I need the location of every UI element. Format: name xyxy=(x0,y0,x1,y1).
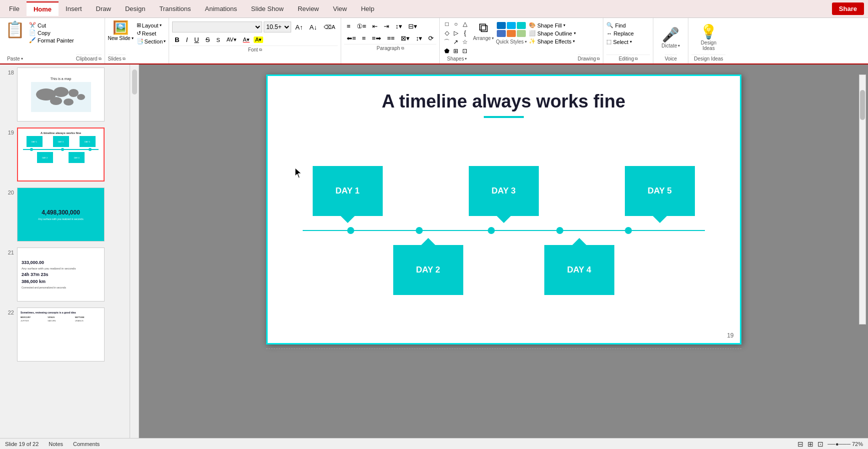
decrease-font-button[interactable]: A↓ xyxy=(307,22,319,32)
canvas-scrollbar[interactable] xyxy=(859,74,866,324)
svg-point-2 xyxy=(54,87,69,97)
tab-file[interactable]: File xyxy=(2,2,27,16)
clipboard-label[interactable]: Clipboard⧉ xyxy=(76,54,102,62)
convert-smartart-button[interactable]: ⟳ xyxy=(426,34,436,43)
dot-2 xyxy=(416,227,423,234)
highlight-button[interactable]: A▾ xyxy=(254,36,263,43)
slide19-mini-title: A timeline always works fine xyxy=(21,132,101,134)
slide22-mini-title: Sometimes, reviewing concepts is a good … xyxy=(21,311,101,314)
tab-insert[interactable]: Insert xyxy=(59,2,89,16)
shape-fill-button[interactable]: 🎨Shape Fill▾ xyxy=(529,22,576,28)
canvas-scrollbar-thumb[interactable] xyxy=(860,90,865,120)
dictate-button[interactable]: 🎤 Dictate▾ xyxy=(661,20,680,54)
bold-button[interactable]: B xyxy=(172,35,182,44)
slide-thumb-21[interactable]: 21 333,000.00 Any surface with you reali… xyxy=(0,244,130,304)
font-color-button[interactable]: A▾ xyxy=(241,36,252,44)
tab-review[interactable]: Review xyxy=(291,2,326,16)
increase-font-button[interactable]: A↑ xyxy=(293,22,305,32)
shadow-button[interactable]: S xyxy=(214,36,222,44)
editing-label[interactable]: Editing⧉ xyxy=(606,54,650,62)
justify-button[interactable]: ≡≡ xyxy=(385,34,397,43)
slide-img-19[interactable]: A timeline always works fine DAY 1 DAY 3… xyxy=(17,128,105,182)
align-center-button[interactable]: ≡ xyxy=(360,34,369,43)
underline-button[interactable]: U xyxy=(192,35,201,44)
layout-button[interactable]: ⊞Layout▾ xyxy=(137,22,166,28)
title-underline xyxy=(484,116,524,118)
quick-styles-button[interactable]: Quick Styles▾ xyxy=(496,20,527,62)
slide-content: A timeline always works fine DAY 1 DAY 3 xyxy=(268,76,740,343)
copy-button[interactable]: 📄Copy xyxy=(29,30,74,36)
status-view-reading[interactable]: ⊡ xyxy=(817,440,823,448)
clear-format-button[interactable]: ⌫A xyxy=(321,23,338,32)
day3-box: DAY 3 xyxy=(469,166,539,216)
align-left-button[interactable]: ⬅≡ xyxy=(344,34,359,43)
panel-scrollbar[interactable] xyxy=(130,64,139,449)
tab-draw[interactable]: Draw xyxy=(89,2,118,16)
select-button[interactable]: ⬚Select▾ xyxy=(606,38,650,45)
slide-canvas-19[interactable]: A timeline always works fine DAY 1 DAY 3 xyxy=(266,74,741,344)
slide-thumb-20[interactable]: 20 4,498,300,000 Any surface with you re… xyxy=(0,184,130,244)
day4-box: DAY 4 xyxy=(544,245,614,295)
align-right-button[interactable]: ≡➡ xyxy=(369,34,384,43)
cols-button[interactable]: ⊟▾ xyxy=(406,22,420,31)
status-zoom-slider[interactable]: ──●─── 72% xyxy=(827,441,863,447)
tab-help[interactable]: Help xyxy=(354,2,381,16)
paragraph-label[interactable]: Paragraph⧉ xyxy=(344,44,436,51)
slide-img-18[interactable]: This is a map xyxy=(17,68,105,122)
slide-img-22[interactable]: Sometimes, reviewing concepts is a good … xyxy=(17,308,105,362)
status-notes: Notes xyxy=(49,441,63,447)
shapes-button[interactable]: □○△◇ ▷{⌒↗ ☆⬟⊞⊡ Shapes▾ xyxy=(443,20,471,62)
format-painter-button[interactable]: 🖌️Format Painter xyxy=(29,37,74,44)
status-view-normal[interactable]: ⊟ xyxy=(797,440,803,448)
paste-button[interactable]: 📋 xyxy=(3,20,27,39)
slide-thumb-22[interactable]: 22 Sometimes, reviewing concepts is a go… xyxy=(0,304,130,364)
new-slide-button[interactable]: 🖼️ New Slide▾ xyxy=(108,20,134,54)
tab-transitions[interactable]: Transitions xyxy=(152,2,198,16)
section-button[interactable]: 📑Section▾ xyxy=(137,38,166,44)
strikethrough-button[interactable]: S xyxy=(203,35,213,44)
shape-effects-button[interactable]: ✨Shape Effects▾ xyxy=(529,38,576,44)
italic-button[interactable]: I xyxy=(184,35,191,44)
slide18-title: This is a map xyxy=(51,77,72,80)
ribbon-body: 📋 Paste▾ ✂️Cut 📄Copy 🖌️Format Painter xyxy=(0,18,868,64)
slide21-stat1-desc: Any surface with you realized in seconds xyxy=(22,267,100,270)
status-view-outline[interactable]: ⊞ xyxy=(807,440,813,448)
tab-home[interactable]: Home xyxy=(27,2,59,16)
direction-button[interactable]: ↕▾ xyxy=(413,34,425,43)
tab-design[interactable]: Design xyxy=(118,2,152,16)
numbering-button[interactable]: ①≡ xyxy=(354,22,369,31)
bullets-button[interactable]: ≡ xyxy=(344,22,353,31)
day2-arrow xyxy=(421,238,435,245)
timeline-line xyxy=(303,230,705,231)
arrange-button[interactable]: ⧉ Arrange▾ xyxy=(473,20,494,62)
slide-thumb-18[interactable]: 18 This is a map xyxy=(0,64,130,124)
reset-button[interactable]: ↺Reset xyxy=(137,30,166,36)
smartart-button[interactable]: ⊠▾ xyxy=(398,34,412,43)
paragraph-group: ≡ ①≡ ⇤ ⇥ ↕▾ ⊟▾ ⬅≡ ≡ ≡➡ ≡≡ ⊠▾ ↕▾ ⟳ Paragr… xyxy=(341,18,440,64)
panel-scrollbar-thumb[interactable] xyxy=(132,70,137,94)
font-size-select[interactable]: 10.5+ xyxy=(264,22,291,32)
find-button[interactable]: 🔍Find xyxy=(606,22,650,28)
slide-thumb-19[interactable]: 19 A timeline always works fine DAY 1 DA… xyxy=(0,124,130,184)
tab-animations[interactable]: Animations xyxy=(198,2,244,16)
line-spacing-button[interactable]: ↕▾ xyxy=(393,22,405,31)
cut-button[interactable]: ✂️Cut xyxy=(29,22,74,28)
drawing-label[interactable]: Drawing⧉ xyxy=(578,54,600,62)
decrease-indent-button[interactable]: ⇤ xyxy=(370,22,380,31)
design-ideas-group: 💡 Design Ideas Design Ideas xyxy=(688,18,728,64)
font-label[interactable]: Font⧉ xyxy=(172,46,338,52)
slide18-map xyxy=(31,82,91,112)
tab-view[interactable]: View xyxy=(326,2,354,16)
slide-img-20[interactable]: 4,498,300,000 Any surface with you reali… xyxy=(17,188,105,242)
increase-indent-button[interactable]: ⇥ xyxy=(381,22,392,31)
shape-outline-button[interactable]: ⬜Shape Outline▾ xyxy=(529,30,576,36)
replace-button[interactable]: ↔Replace xyxy=(606,30,650,36)
tab-slideshow[interactable]: Slide Show xyxy=(244,2,291,16)
slide-img-21[interactable]: 333,000.00 Any surface with you realized… xyxy=(17,248,105,302)
design-ideas-button[interactable]: 💡 Design Ideas xyxy=(700,20,717,54)
char-spacing-button[interactable]: AV▾ xyxy=(224,36,239,44)
timeline-container: DAY 1 DAY 3 DAY 5 xyxy=(293,133,715,328)
slides-label[interactable]: Slides⧉ xyxy=(108,54,126,62)
font-name-select[interactable] xyxy=(172,22,262,32)
share-button[interactable]: Share xyxy=(832,2,864,15)
